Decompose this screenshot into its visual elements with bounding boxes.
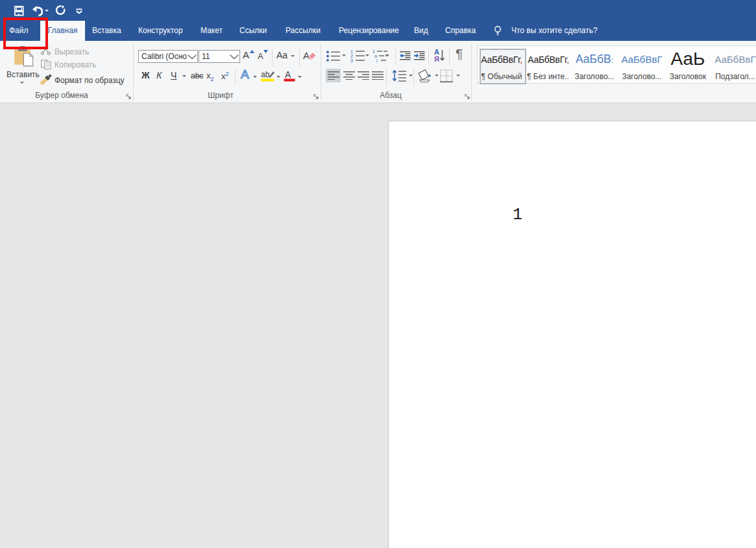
svg-text:Я: Я [434,55,439,63]
svg-text:1: 1 [350,49,353,54]
svg-text:3: 3 [350,58,353,62]
svg-text:2: 2 [350,54,353,58]
svg-text:i: i [376,58,378,62]
svg-text:1: 1 [372,49,375,54]
svg-text:ab: ab [261,70,270,79]
svg-text:A: A [285,69,291,80]
svg-text:a: a [374,54,377,58]
